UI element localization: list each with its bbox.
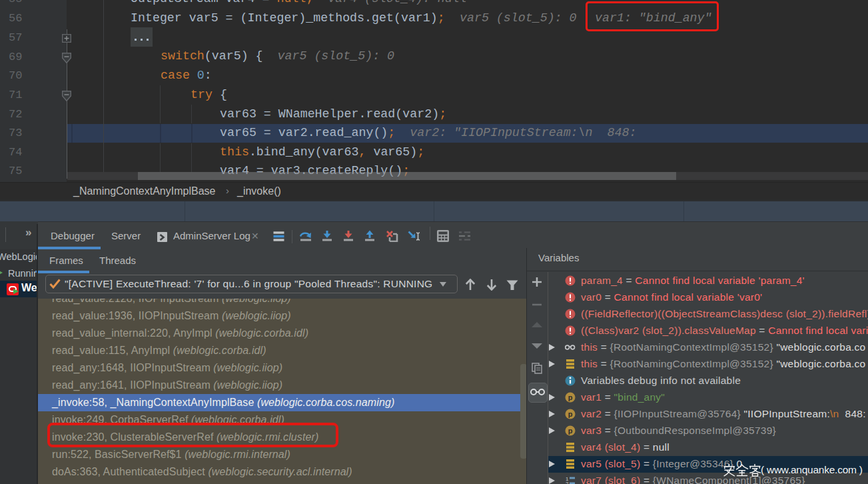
svg-text:p: p (568, 393, 573, 401)
svg-text:p: p (568, 410, 573, 418)
svg-text:p: p (568, 427, 573, 435)
svg-text:2: 2 (566, 481, 569, 484)
